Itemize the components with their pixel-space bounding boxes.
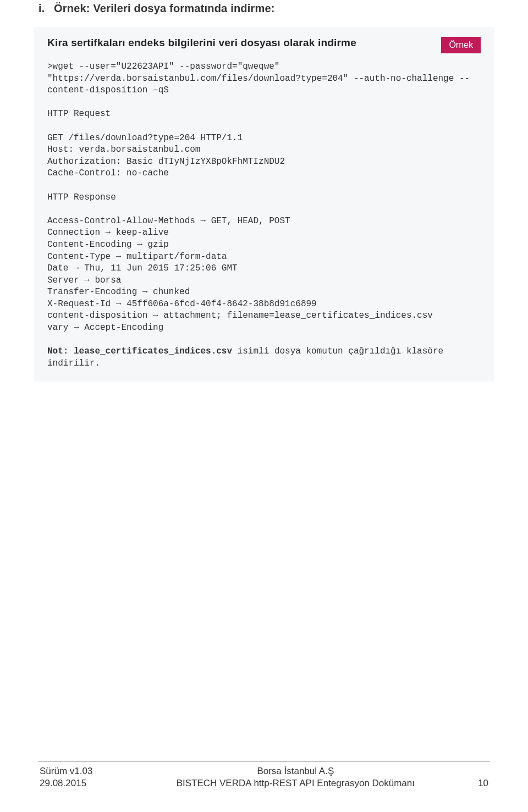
example-title: Kira sertifkaları endeks bilgilerini ver… <box>47 37 356 49</box>
note-bold: Not: lease_certificates_indices.csv <box>47 346 232 356</box>
code-wget: >wget --user="U22623API" --password="qwe… <box>47 61 481 97</box>
code-http-request: GET /files/download?type=204 HTTP/1.1 Ho… <box>47 132 481 180</box>
code-blank2 <box>47 120 481 132</box>
footer-page-number: 10 <box>473 778 488 789</box>
code-http-request-heading: HTTP Request <box>47 108 481 120</box>
page-footer: Sürüm v1.03 Borsa İstanbul A.Ş 29.08.201… <box>38 761 490 790</box>
section-number: i. <box>38 2 54 15</box>
code-blank4 <box>47 203 481 216</box>
code-blank5 <box>47 334 481 346</box>
footer-rule <box>38 761 490 761</box>
code-http-response-heading: HTTP Response <box>47 192 481 204</box>
example-block: Kira sertifkaları endeks bilgilerini ver… <box>34 27 494 382</box>
footer-version: Sürüm v1.03 <box>40 766 118 777</box>
code-note: Not: lease_certificates_indices.csv isim… <box>47 346 481 369</box>
footer-date: 29.08.2015 <box>40 778 118 789</box>
section-heading: i.Örnek: Verileri dosya formatında indir… <box>38 0 490 27</box>
code-http-response: Access-Control-Allow-Methods → GET, HEAD… <box>47 216 481 334</box>
footer-company: Borsa İstanbul A.Ş <box>119 766 472 777</box>
footer-doc-title: BISTECH VERDA http-REST API Entegrasyon … <box>119 778 472 789</box>
code-blank3 <box>47 180 481 192</box>
code-blank1 <box>47 97 481 109</box>
section-title: Örnek: Verileri dosya formatında indirme… <box>54 2 275 14</box>
example-badge: Örnek <box>441 37 481 53</box>
